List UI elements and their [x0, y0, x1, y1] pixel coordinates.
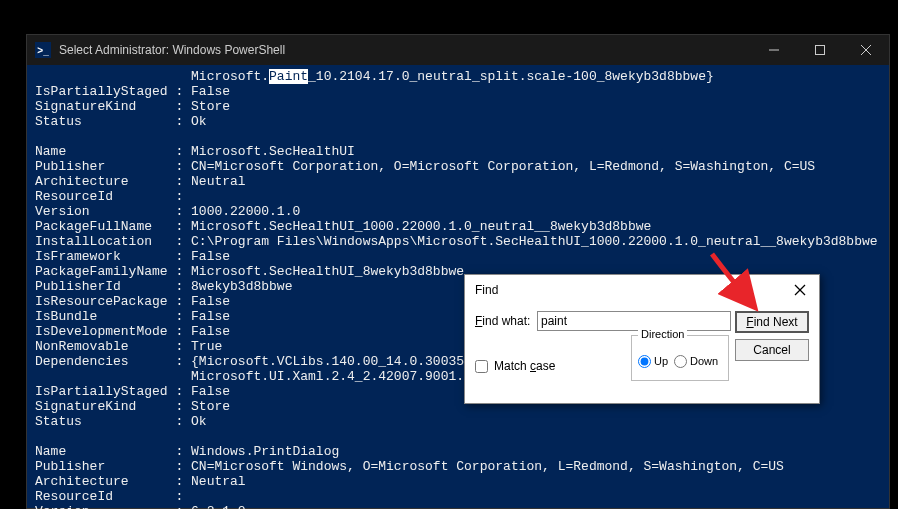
close-button[interactable] — [843, 35, 889, 65]
direction-down[interactable]: Down — [674, 355, 718, 368]
window-title: Select Administrator: Windows PowerShell — [59, 43, 751, 57]
find-close-button[interactable] — [785, 279, 815, 301]
find-dialog-title: Find — [475, 283, 785, 297]
minimize-button[interactable] — [751, 35, 797, 65]
find-body: Find what: Find Next Cancel Match case D… — [465, 305, 819, 405]
down-radio[interactable] — [674, 355, 687, 368]
direction-group: Direction Up Down — [631, 335, 729, 381]
find-next-button[interactable]: Find Next — [735, 311, 809, 333]
maximize-button[interactable] — [797, 35, 843, 65]
direction-legend: Direction — [638, 328, 687, 340]
find-titlebar[interactable]: Find — [465, 275, 819, 305]
match-case-option[interactable]: Match case — [475, 359, 555, 373]
powershell-window: >_ Select Administrator: Windows PowerSh… — [26, 34, 890, 509]
find-what-label: Find what: — [475, 314, 537, 328]
titlebar[interactable]: >_ Select Administrator: Windows PowerSh… — [27, 35, 889, 65]
powershell-icon: >_ — [35, 42, 51, 58]
window-controls — [751, 35, 889, 65]
find-dialog: Find Find what: Find Next Cancel Match c… — [464, 274, 820, 404]
match-case-label: Match case — [494, 359, 555, 373]
up-radio[interactable] — [638, 355, 651, 368]
match-case-checkbox[interactable] — [475, 360, 488, 373]
search-highlight: Paint — [269, 69, 308, 84]
find-input[interactable] — [537, 311, 731, 331]
cancel-button[interactable]: Cancel — [735, 339, 809, 361]
svg-rect-1 — [816, 46, 825, 55]
direction-up[interactable]: Up — [638, 355, 668, 368]
